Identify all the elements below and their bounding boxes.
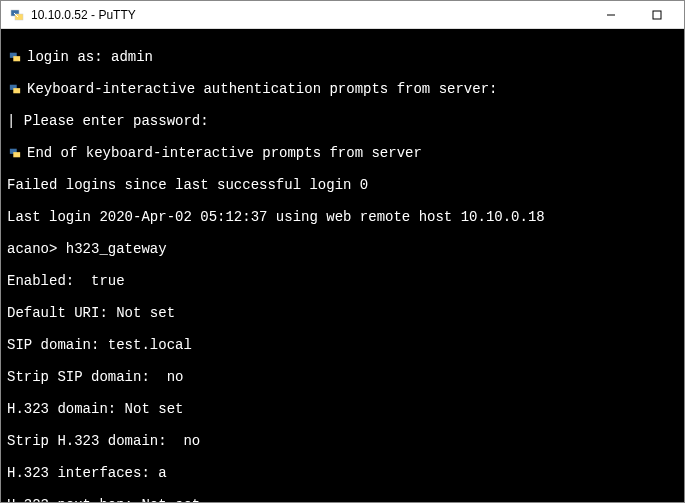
terminal-icon <box>7 147 23 159</box>
putty-icon <box>9 7 25 23</box>
maximize-button[interactable] <box>642 5 672 25</box>
output-line: H.323 next hop: Not set <box>7 497 678 502</box>
terminal-icon <box>7 51 23 63</box>
output-line: Strip H.323 domain: no <box>7 433 678 449</box>
svg-rect-4 <box>653 11 661 19</box>
svg-rect-6 <box>13 56 20 61</box>
output-line: H.323 interfaces: a <box>7 465 678 481</box>
output-line: H.323 domain: Not set <box>7 401 678 417</box>
minimize-button[interactable] <box>596 5 626 25</box>
putty-window: 10.10.0.52 - PuTTY login as: admin Keybo… <box>0 0 685 503</box>
svg-rect-10 <box>13 152 20 157</box>
titlebar: 10.10.0.52 - PuTTY <box>1 1 684 29</box>
command-line: acano> h323_gateway <box>7 241 678 257</box>
svg-rect-8 <box>13 88 20 93</box>
kbd-end-line: End of keyboard-interactive prompts from… <box>27 145 422 161</box>
output-line: Default URI: Not set <box>7 305 678 321</box>
terminal-icon <box>7 83 23 95</box>
output-line: SIP domain: test.local <box>7 337 678 353</box>
login-line: login as: admin <box>27 49 153 65</box>
window-title: 10.10.0.52 - PuTTY <box>31 8 596 22</box>
terminal[interactable]: login as: admin Keyboard-interactive aut… <box>1 29 684 502</box>
output-line: Strip SIP domain: no <box>7 369 678 385</box>
last-login-line: Last login 2020-Apr-02 05:12:37 using we… <box>7 209 678 225</box>
output-line: Enabled: true <box>7 273 678 289</box>
password-line: | Please enter password: <box>7 113 678 129</box>
kbd-prompt-line: Keyboard-interactive authentication prom… <box>27 81 497 97</box>
failed-logins-line: Failed logins since last successful logi… <box>7 177 678 193</box>
window-controls <box>596 5 672 25</box>
